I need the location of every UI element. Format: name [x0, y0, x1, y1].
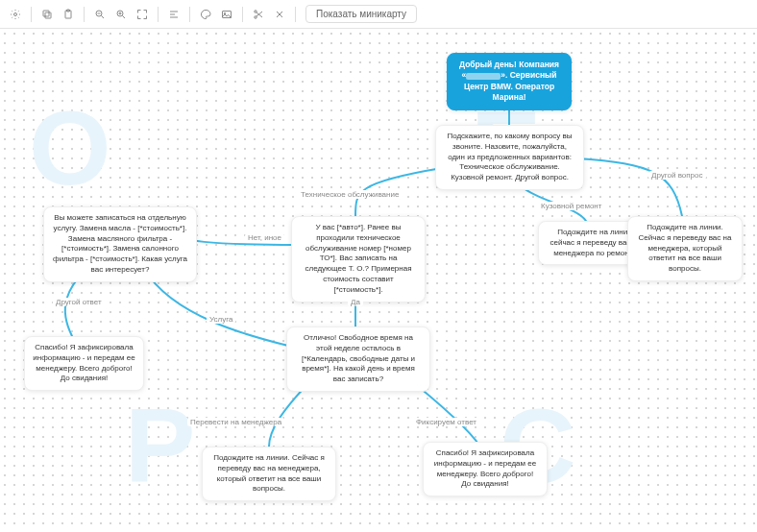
- edge-label-other: Другой вопрос: [648, 171, 706, 180]
- redacted-icon: [466, 73, 501, 80]
- copy-icon[interactable]: [37, 5, 57, 24]
- edge-label-mgr: Перевести на менеджера: [187, 418, 284, 426]
- gear-icon[interactable]: [6, 5, 25, 24]
- text: ». Сервисный: [501, 70, 556, 80]
- cut-icon[interactable]: [249, 5, 268, 24]
- layout-icon[interactable]: [164, 5, 183, 24]
- node-to[interactable]: У вас [*авто*]. Ранее вы проходили техни…: [291, 216, 426, 302]
- node-fix[interactable]: Спасибо! Я зафиксировала информацию - и …: [423, 442, 548, 496]
- node-root[interactable]: Добрый день! Компания «». Сервисный Цент…: [447, 53, 572, 110]
- zoom-in-icon[interactable]: [111, 5, 131, 24]
- zoom-out-icon[interactable]: [90, 5, 110, 24]
- toolbar: Показать миникарту: [0, 0, 757, 29]
- svg-point-9: [255, 15, 257, 18]
- fit-icon[interactable]: [133, 5, 152, 24]
- paste-icon[interactable]: [59, 5, 78, 24]
- svg-point-0: [14, 12, 17, 15]
- node-net[interactable]: Вы можете записаться на отдельную услугу…: [43, 206, 197, 282]
- svg-point-10: [255, 10, 257, 12]
- node-ask[interactable]: Подскажите, по какому вопросу вы звоните…: [435, 125, 584, 190]
- svg-rect-1: [45, 12, 51, 18]
- edge-label-usluga: Услуга: [207, 315, 235, 324]
- text: Центр BMW. Оператор: [464, 82, 554, 91]
- edge-label-kuz: Кузовной ремонт: [538, 202, 604, 210]
- palette-icon[interactable]: [196, 5, 215, 24]
- show-minimap-button[interactable]: Показать миникарту: [305, 5, 417, 23]
- diagram-canvas[interactable]: О Е Р С Добрый день! Компания «». Сервис…: [0, 29, 757, 532]
- text: Марина!: [492, 92, 525, 102]
- edge-label-fix: Фиксируем ответ: [413, 418, 479, 426]
- edge-label-ans-other: Другой ответ: [53, 298, 105, 306]
- node-mgr[interactable]: Подождите на линии. Сейчас я переведу ва…: [202, 447, 336, 501]
- text: Добрый день! Компания: [459, 60, 559, 69]
- svg-rect-2: [43, 11, 49, 16]
- edge-label-net: Нет, иное: [245, 233, 284, 242]
- node-ans-other[interactable]: Спасибо! Я зафиксировала информацию - и …: [24, 336, 144, 391]
- node-da[interactable]: Отлично! Свободное время на этой неделе …: [286, 326, 430, 392]
- delete-icon[interactable]: [270, 5, 289, 24]
- edge-label-da: Да: [348, 298, 363, 306]
- picture-icon[interactable]: [217, 5, 236, 24]
- node-other[interactable]: Подождите на линии. Сейчас я переведу ва…: [627, 216, 743, 281]
- edge-label-to: Техническое обслуживание: [298, 190, 402, 199]
